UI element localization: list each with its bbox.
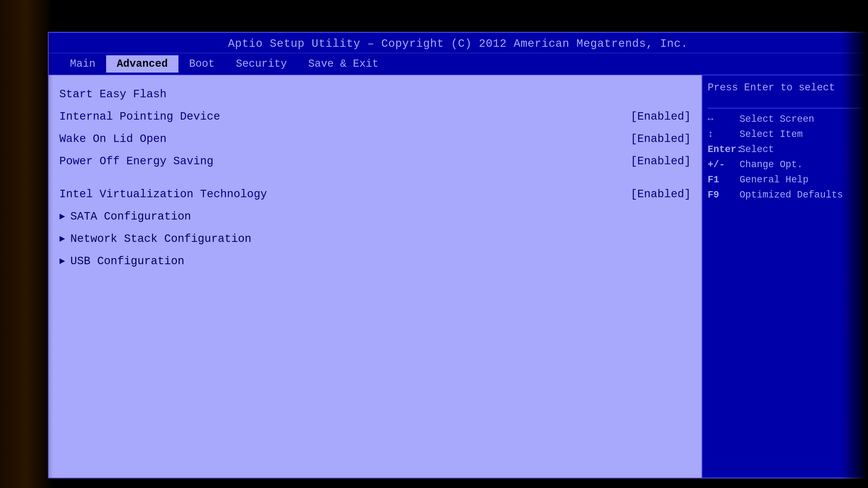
wake-on-lid-open-value: [Enabled] [630,133,691,145]
network-arrow-icon: ► [59,234,65,245]
help-text: Press Enter to select [708,80,862,95]
legend-key-f1: F1 [708,174,740,185]
legend-desc-select-screen: Select Screen [740,114,814,125]
network-stack-configuration-label: Network Stack Configuration [70,233,691,245]
legend-desc-select-item: Select Item [740,129,803,140]
spacer [59,172,691,183]
menu-item-start-easy-flash[interactable]: Start Easy Flash [59,83,691,105]
menu-item-power-off-energy-saving[interactable]: Power Off Energy Saving [Enabled] [59,150,691,172]
sata-configuration-label: SATA Configuration [70,210,691,223]
legend-item-select-screen: ↔ Select Screen [708,114,862,125]
wake-on-lid-open-label: Wake On Lid Open [59,133,630,145]
legend-key-arrows-lr: ↔ [708,114,740,125]
internal-pointing-device-label: Internal Pointing Device [59,110,630,123]
menu-item-internal-pointing-device[interactable]: Internal Pointing Device [Enabled] [59,105,691,128]
right-bezel [841,0,868,488]
power-off-energy-saving-label: Power Off Energy Saving [59,155,630,168]
legend-key-f9: F9 [708,190,740,200]
bios-window: Aptio Setup Utility – Copyright (C) 2012… [48,32,868,479]
legend-desc-plus-minus: Change Opt. [740,159,803,170]
legend-desc-enter: Select [740,144,774,155]
nav-item-main[interactable]: Main [59,55,106,72]
legend-item-f9: F9 Optimized Defaults [708,190,862,200]
nav-bar: Main Advanced Boot Security Save & Exit [49,53,867,75]
legend-item-select-item: ↕ Select Item [708,129,862,140]
intel-virtualization-value: [Enabled] [630,188,691,201]
menu-item-sata-configuration[interactable]: ► SATA Configuration [59,205,691,228]
sata-arrow-icon: ► [59,211,65,222]
legend-desc-f1: General Help [740,174,808,185]
legend-item-f1: F1 General Help [708,174,862,185]
menu-item-intel-virtualization[interactable]: Intel Virtualization Technology [Enabled… [59,183,691,205]
legend-key-enter: Enter: [708,144,740,155]
nav-item-save-exit[interactable]: Save & Exit [298,55,389,72]
legend-key-plus-minus: +/- [708,159,740,170]
bios-title: Aptio Setup Utility – Copyright (C) 2012… [228,37,688,50]
content-area: Start Easy Flash Internal Pointing Devic… [49,75,867,478]
legend-desc-f9: Optimized Defaults [740,190,843,200]
title-bar: Aptio Setup Utility – Copyright (C) 2012… [49,33,867,53]
menu-item-network-stack-configuration[interactable]: ► Network Stack Configuration [59,228,691,250]
start-easy-flash-label: Start Easy Flash [59,88,691,101]
intel-virtualization-label: Intel Virtualization Technology [59,188,630,201]
legend-item-enter: Enter: Select [708,144,862,155]
main-panel: Start Easy Flash Internal Pointing Devic… [49,75,702,478]
usb-arrow-icon: ► [59,256,65,267]
nav-item-advanced[interactable]: Advanced [106,55,179,72]
legend-key-arrows-ud: ↕ [708,129,740,140]
internal-pointing-device-value: [Enabled] [630,110,691,123]
nav-item-security[interactable]: Security [225,55,298,72]
usb-configuration-label: USB Configuration [70,255,691,268]
power-off-energy-saving-value: [Enabled] [630,155,691,168]
nav-item-boot[interactable]: Boot [179,55,225,72]
menu-item-wake-on-lid-open[interactable]: Wake On Lid Open [Enabled] [59,128,691,150]
menu-item-usb-configuration[interactable]: ► USB Configuration [59,250,691,272]
legend-item-plus-minus: +/- Change Opt. [708,159,862,170]
left-bezel [0,0,53,488]
legend-divider [708,108,862,108]
